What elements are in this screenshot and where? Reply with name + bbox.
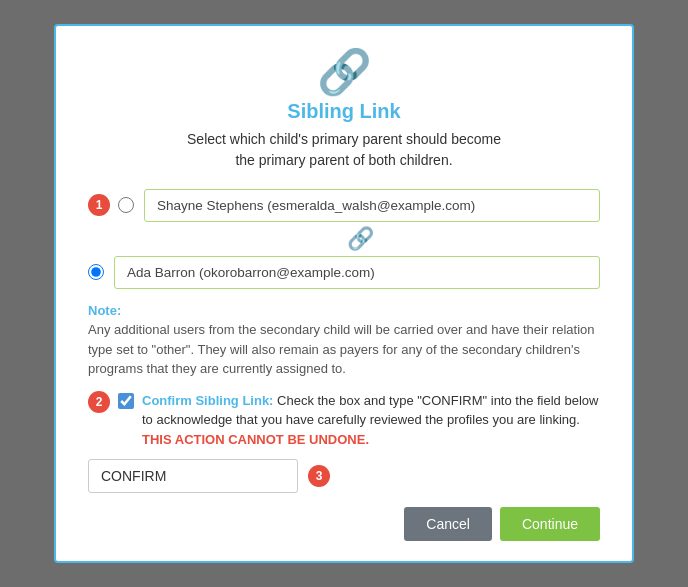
option2-radio[interactable] bbox=[88, 264, 104, 280]
modal-subtitle: Select which child's primary parent shou… bbox=[187, 129, 501, 171]
option2-row bbox=[88, 256, 600, 289]
modal-footer: Cancel Continue bbox=[88, 507, 600, 541]
modal-header: 🔗 Sibling Link Select which child's prim… bbox=[88, 50, 600, 171]
modal-title: Sibling Link bbox=[287, 100, 400, 123]
link-divider: 🔗 bbox=[120, 222, 600, 256]
option1-input bbox=[144, 189, 600, 222]
note-text: Any additional users from the secondary … bbox=[88, 322, 595, 376]
confirm-row: 2 Confirm Sibling Link: Check the box an… bbox=[88, 391, 600, 450]
option1-radio[interactable] bbox=[118, 197, 134, 213]
cancel-button[interactable]: Cancel bbox=[404, 507, 492, 541]
step1-badge: 1 bbox=[88, 194, 110, 216]
sibling-link-modal: 🔗 Sibling Link Select which child's prim… bbox=[54, 24, 634, 564]
step2-badge: 2 bbox=[88, 391, 110, 413]
chain-icon: 🔗 bbox=[317, 50, 372, 94]
continue-button[interactable]: Continue bbox=[500, 507, 600, 541]
confirm-checkbox[interactable] bbox=[118, 393, 134, 409]
confirm-input[interactable] bbox=[88, 459, 298, 493]
cannot-undo-text: THIS ACTION CANNOT BE UNDONE. bbox=[142, 432, 369, 447]
note-section: Note: Any additional users from the seco… bbox=[88, 301, 600, 379]
green-chain-icon: 🔗 bbox=[347, 226, 374, 252]
confirm-label: Confirm Sibling Link: bbox=[142, 393, 273, 408]
confirm-text: Confirm Sibling Link: Check the box and … bbox=[142, 391, 600, 450]
option2-input bbox=[114, 256, 600, 289]
confirm-section: 2 Confirm Sibling Link: Check the box an… bbox=[88, 391, 600, 494]
note-label: Note: bbox=[88, 303, 121, 318]
option1-row: 1 bbox=[88, 189, 600, 222]
step3-badge: 3 bbox=[308, 465, 330, 487]
confirm-input-row: 3 bbox=[88, 459, 600, 493]
